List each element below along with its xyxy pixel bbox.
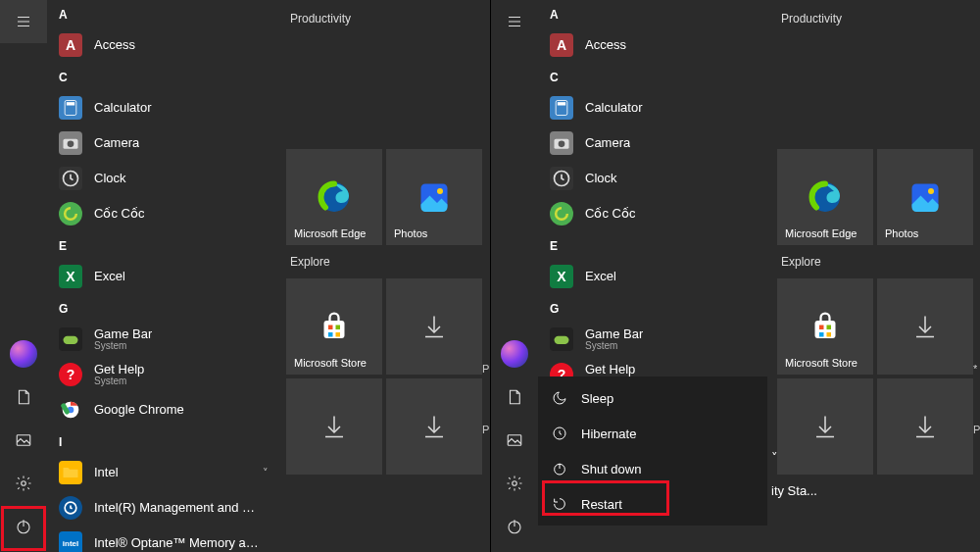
letter-header[interactable]: A	[47, 0, 280, 27]
tile-group-label[interactable]: Productivity	[777, 6, 980, 35]
letter-header[interactable]: A	[538, 0, 771, 27]
documents-icon[interactable]	[0, 376, 47, 419]
svg-rect-18	[336, 326, 341, 330]
app-calculator[interactable]: Calculator	[47, 90, 280, 125]
cutoff-text: Pl	[973, 424, 980, 435]
pictures-icon[interactable]	[491, 419, 538, 462]
menu-restart[interactable]: Restart	[538, 486, 767, 522]
tile-store[interactable]: Microsoft Store	[286, 278, 382, 375]
start-rail	[491, 0, 538, 552]
svg-rect-19	[328, 332, 333, 337]
svg-rect-9	[64, 336, 78, 344]
tile-download[interactable]	[386, 378, 482, 475]
app-coccoc[interactable]: Cốc Cốc	[47, 196, 280, 231]
hamburger-icon[interactable]	[0, 0, 47, 43]
svg-point-33	[928, 188, 934, 194]
cutoff-text: Pl	[482, 424, 490, 435]
letter-header[interactable]: E	[538, 231, 771, 259]
letter-header[interactable]: C	[538, 63, 771, 90]
tile-group-label[interactable]: Explore	[777, 249, 980, 278]
app-clock[interactable]: Clock	[47, 161, 280, 196]
menu-hibernate[interactable]: Hibernate	[538, 416, 767, 451]
app-intel-optane[interactable]: intelIntel® Optane™ Memory and Storage..…	[47, 526, 280, 552]
app-gethelp[interactable]: ?Get HelpSystem	[47, 357, 280, 392]
svg-point-1	[22, 481, 26, 486]
settings-icon[interactable]	[0, 462, 47, 505]
menu-sleep[interactable]: Sleep	[538, 380, 767, 416]
power-icon[interactable]	[0, 505, 47, 548]
tile-edge[interactable]: Microsoft Edge	[777, 149, 873, 245]
tile-download[interactable]	[386, 278, 482, 375]
pictures-icon[interactable]	[0, 419, 47, 462]
svg-rect-30	[555, 336, 569, 344]
svg-point-22	[513, 481, 517, 486]
hamburger-icon[interactable]	[491, 0, 538, 43]
svg-rect-16	[324, 321, 345, 338]
svg-point-27	[559, 141, 565, 148]
svg-rect-38	[827, 332, 832, 337]
menu-shutdown[interactable]: Shut down	[538, 451, 767, 486]
power-menu: Sleep Hibernate Shut down Restart	[538, 376, 767, 526]
app-excel[interactable]: XExcel	[47, 259, 280, 294]
pane-right: A AAccess C Calculator Camera Clock Cốc …	[490, 0, 980, 552]
tile-group-label[interactable]: Explore	[286, 249, 490, 278]
avatar[interactable]	[0, 332, 47, 376]
settings-icon[interactable]	[491, 462, 538, 505]
cutoff-text: Pl	[482, 363, 490, 375]
app-coccoc[interactable]: Cốc Cốc	[538, 196, 771, 231]
app-gamebar[interactable]: Game BarSystem	[47, 322, 280, 357]
avatar[interactable]	[491, 332, 538, 376]
app-intel-folder[interactable]: Intel˅	[47, 455, 280, 490]
svg-point-15	[437, 188, 443, 194]
letter-header[interactable]: E	[47, 231, 280, 259]
app-intel-mgmt[interactable]: Intel(R) Management and Security Sta...	[47, 490, 280, 526]
svg-rect-36	[827, 326, 832, 330]
svg-rect-4	[67, 102, 74, 105]
tile-download[interactable]	[877, 278, 973, 375]
letter-header[interactable]: C	[47, 63, 280, 90]
partial-text: ity Sta...	[771, 483, 817, 498]
cutoff-text: *	[973, 363, 977, 375]
tile-store[interactable]: Microsoft Store	[777, 278, 873, 375]
app-camera[interactable]: Camera	[47, 125, 280, 161]
app-gamebar[interactable]: Game BarSystem	[538, 322, 771, 357]
tile-download[interactable]	[777, 378, 873, 475]
tile-download[interactable]	[286, 378, 382, 475]
letter-header[interactable]: G	[538, 294, 771, 322]
pane-left: A AAccess C Calculator Camera Clock Cốc …	[0, 0, 490, 552]
tile-photos[interactable]: Photos	[386, 149, 482, 245]
svg-rect-25	[558, 102, 565, 105]
tile-download[interactable]	[877, 378, 973, 475]
tiles-area: Productivity Microsoft Edge Photos Explo…	[777, 0, 980, 552]
tile-group-label[interactable]: Productivity	[286, 6, 490, 35]
app-access[interactable]: AAccess	[538, 27, 771, 63]
app-camera[interactable]: Camera	[538, 125, 771, 161]
svg-rect-34	[815, 321, 836, 338]
tile-edge[interactable]: Microsoft Edge	[286, 149, 382, 245]
tiles-area: Productivity Microsoft Edge Photos Explo…	[286, 0, 490, 552]
svg-point-6	[68, 141, 74, 148]
power-icon[interactable]	[491, 505, 538, 548]
app-calculator[interactable]: Calculator	[538, 90, 771, 125]
app-access[interactable]: AAccess	[47, 27, 280, 63]
app-chrome[interactable]: Google Chrome	[47, 392, 280, 427]
app-list: A AAccess C Calculator Camera Clock Cốc …	[47, 0, 280, 552]
chevron-down-icon: ˅	[263, 467, 269, 479]
documents-icon[interactable]	[491, 376, 538, 419]
svg-rect-37	[819, 332, 824, 337]
svg-rect-35	[819, 326, 824, 330]
app-excel[interactable]: XExcel	[538, 259, 771, 294]
letter-header[interactable]: G	[47, 294, 280, 322]
app-intel-folder-chevron: ˅	[771, 450, 778, 465]
svg-rect-20	[336, 332, 341, 337]
tile-photos[interactable]: Photos	[877, 149, 973, 245]
letter-header[interactable]: I	[47, 427, 280, 455]
start-rail	[0, 0, 47, 552]
svg-rect-17	[328, 326, 333, 330]
app-clock[interactable]: Clock	[538, 161, 771, 196]
